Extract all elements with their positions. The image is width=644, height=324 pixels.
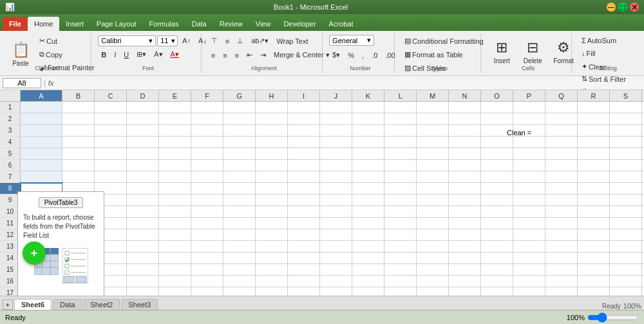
cell[interactable] [578, 125, 610, 137]
cell[interactable] [95, 137, 127, 148]
col-header-k[interactable]: K [352, 90, 384, 101]
cell[interactable] [95, 102, 127, 113]
cell[interactable] [513, 206, 545, 218]
cell[interactable] [481, 102, 513, 113]
align-bottom-button[interactable]: ⊥ [234, 35, 247, 47]
borders-button[interactable]: ⊞▾ [133, 48, 149, 61]
cell[interactable] [223, 183, 256, 195]
cell[interactable] [578, 264, 610, 276]
cell[interactable] [384, 171, 417, 183]
cell[interactable] [417, 171, 449, 183]
cell[interactable] [513, 183, 545, 195]
cell[interactable] [610, 206, 642, 218]
col-header-c[interactable]: C [95, 90, 127, 101]
name-box[interactable] [3, 78, 41, 88]
merge-center-button[interactable]: Merge & Center ▾ [270, 49, 333, 61]
cell[interactable] [127, 264, 159, 276]
cell[interactable] [256, 206, 288, 218]
tab-insert[interactable]: Insert [59, 17, 90, 31]
cell[interactable] [578, 241, 610, 253]
cell[interactable] [223, 218, 256, 229]
insert-sheet-button[interactable]: + [3, 300, 13, 310]
bold-button[interactable]: B [98, 49, 109, 61]
col-header-s[interactable]: S [610, 90, 642, 101]
cell[interactable] [545, 148, 578, 160]
pivot-title-button[interactable]: PivotTable3 [39, 197, 84, 208]
wrap-text-button[interactable]: Wrap Text [273, 35, 311, 47]
col-header-h[interactable]: H [256, 90, 288, 101]
cell[interactable] [352, 206, 384, 218]
cell[interactable] [191, 183, 223, 195]
cell[interactable] [352, 171, 384, 183]
cell[interactable] [320, 137, 352, 148]
cell[interactable] [191, 125, 223, 137]
cell[interactable] [159, 137, 191, 148]
cell[interactable] [513, 264, 545, 276]
cell[interactable] [449, 183, 481, 195]
col-header-a[interactable]: A [21, 90, 62, 101]
cell[interactable] [545, 102, 578, 113]
cell[interactable] [417, 218, 449, 229]
cell[interactable] [191, 171, 223, 183]
increase-decimal-button[interactable]: .00 [382, 50, 398, 61]
cell[interactable] [384, 137, 417, 148]
cell[interactable] [449, 229, 481, 241]
cell[interactable] [417, 264, 449, 276]
cell[interactable] [223, 113, 256, 125]
cell[interactable] [610, 229, 642, 241]
cell[interactable] [578, 195, 610, 206]
cell[interactable] [223, 264, 256, 276]
cell[interactable] [578, 102, 610, 113]
cell[interactable] [384, 125, 417, 137]
cell[interactable] [610, 148, 642, 160]
cell[interactable] [159, 229, 191, 241]
cell[interactable] [320, 229, 352, 241]
cell[interactable] [417, 276, 449, 287]
cell[interactable] [417, 102, 449, 113]
cell[interactable] [352, 148, 384, 160]
cell[interactable] [513, 287, 545, 296]
cell[interactable] [288, 253, 320, 264]
cell[interactable] [288, 183, 320, 195]
cell[interactable] [610, 125, 642, 137]
number-format-dropdown[interactable]: General ▾ [329, 35, 374, 46]
cell[interactable] [256, 229, 288, 241]
cell[interactable] [481, 253, 513, 264]
cell[interactable] [578, 276, 610, 287]
cell[interactable] [127, 171, 159, 183]
cell[interactable] [159, 241, 191, 253]
cell[interactable] [352, 160, 384, 171]
decrease-decimal-button[interactable]: .0 [368, 50, 381, 61]
cell[interactable] [417, 183, 449, 195]
col-header-q[interactable]: Q [545, 90, 578, 101]
tab-data[interactable]: Data [185, 17, 213, 31]
cell[interactable] [449, 264, 481, 276]
cell[interactable] [127, 102, 159, 113]
col-header-m[interactable]: M [417, 90, 449, 101]
font-name-dropdown[interactable]: Calibri ▾ [98, 35, 156, 46]
cell[interactable] [127, 229, 159, 241]
cell[interactable] [127, 137, 159, 148]
cell[interactable] [320, 241, 352, 253]
cell[interactable] [21, 113, 62, 125]
cell[interactable] [449, 195, 481, 206]
cell[interactable] [159, 113, 191, 125]
cell[interactable] [288, 148, 320, 160]
cell[interactable] [288, 264, 320, 276]
format-button[interactable]: ⚙ Format [549, 35, 578, 68]
delete-button[interactable]: ⊟ Delete [518, 35, 547, 68]
cell[interactable] [159, 253, 191, 264]
cell[interactable] [320, 195, 352, 206]
cell[interactable] [513, 276, 545, 287]
col-header-f[interactable]: F [191, 90, 223, 101]
cell[interactable] [288, 171, 320, 183]
cell[interactable] [545, 113, 578, 125]
cell[interactable] [417, 241, 449, 253]
cell[interactable] [223, 206, 256, 218]
cell[interactable] [352, 276, 384, 287]
font-color-button[interactable]: A▾ [167, 48, 182, 61]
font-size-dropdown[interactable]: 11 ▾ [157, 35, 178, 46]
cell[interactable] [610, 171, 642, 183]
close-button[interactable]: ✕ [630, 3, 639, 12]
col-header-g[interactable]: G [223, 90, 256, 101]
